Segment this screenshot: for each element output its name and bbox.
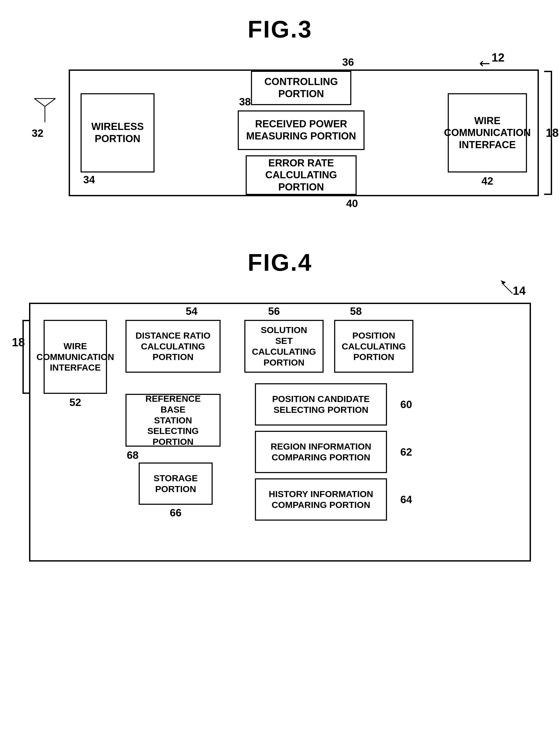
fig4-title: FIG.4 [247, 249, 312, 276]
error-rate-box: ERROR RATE CALCULATING PORTION [246, 155, 357, 195]
history-info-label2: COMPARING PORTION [272, 500, 370, 510]
svg-line-1 [34, 99, 45, 106]
error-rate-label1: ERROR RATE [268, 157, 334, 169]
fig3-outer-box: 18 WIRELESS PORTION 34 36 CONTROLLIN [69, 69, 539, 196]
wire-comm-fig4-label1: WIRE [64, 341, 87, 351]
received-power-box: RECEIVED POWER MEASURING PORTION [238, 110, 364, 150]
ref-52-label: 52 [69, 397, 81, 408]
ref-32-label: 32 [32, 127, 58, 139]
position-calc-box: POSITION CALCULATING PORTION [334, 320, 414, 373]
storage-box: STORAGE PORTION [139, 463, 213, 505]
pos-candidate-label2: SELECTING PORTION [274, 404, 368, 415]
position-calc-label1: POSITION [353, 330, 395, 341]
wire-comm-fig4-label2: COMMUNICATION [37, 351, 114, 362]
wire-comm-fig4-label3: INTERFACE [50, 362, 101, 373]
ref-66-label: 66 [170, 507, 182, 519]
antenna-area: 32 [32, 96, 58, 139]
ref-station-label2: STATION SELECTING [133, 415, 213, 436]
received-power-label2: MEASURING PORTION [246, 130, 356, 142]
error-rate-label2: CALCULATING PORTION [253, 169, 349, 193]
ref-36-label: 36 [342, 56, 354, 68]
ref-62-label: 62 [400, 446, 412, 458]
ref-58-label: 58 [350, 305, 362, 317]
ref-56-label: 56 [268, 305, 280, 317]
center-stack: 36 CONTROLLING PORTION 38 RECEIVED POWER… [176, 71, 426, 195]
distance-ratio-label2: CALCULATING [141, 341, 205, 352]
svg-marker-5 [501, 280, 506, 284]
controlling-portion-box: CONTROLLING PORTION [251, 71, 351, 105]
history-info-box: HISTORY INFORMATION COMPARING PORTION [255, 479, 387, 521]
ref-station-label3: PORTION [153, 436, 194, 447]
wireless-label2: PORTION [95, 133, 140, 145]
history-info-label1: HISTORY INFORMATION [268, 489, 373, 500]
fig3-title: FIG.3 [247, 16, 312, 43]
solution-set-box: SOLUTION SET CALCULATING PORTION [244, 320, 324, 373]
distance-ratio-box: DISTANCE RATIO CALCULATING PORTION [125, 320, 221, 373]
wireless-label1: WIRELESS [92, 121, 144, 133]
region-info-label2: COMPARING PORTION [272, 452, 370, 463]
solution-set-label2: CALCULATING [252, 346, 316, 357]
received-power-label1: RECEIVED POWER [255, 118, 347, 130]
ref-18-label: 18 [546, 126, 559, 140]
antenna-icon [32, 96, 58, 125]
wire-comm-label2: INTERFACE [459, 139, 516, 151]
distance-ratio-label3: PORTION [153, 351, 194, 362]
wire-comm-box: WIRE COMMUNICATION INTERFACE [448, 93, 527, 172]
wire-comm-left-box: WIRE COMMUNICATION INTERFACE [44, 320, 107, 394]
solution-set-label1: SOLUTION SET [252, 325, 316, 346]
ref-68-label: 68 [127, 449, 139, 461]
wireless-portion-box: WIRELESS PORTION [81, 93, 155, 172]
ref-42-label: 42 [482, 175, 494, 187]
distance-ratio-label1: DISTANCE RATIO [136, 330, 211, 341]
ref-64-label: 64 [400, 494, 412, 506]
storage-label2: PORTION [155, 484, 196, 494]
fig4-outer-box: 18 WIRE COMMUNICATION INTERFACE 52 54 DI… [29, 303, 531, 562]
ref-18-fig4-label: 18 [12, 336, 25, 349]
ref-38-label: 38 [239, 96, 251, 108]
ref-60-label: 60 [400, 399, 412, 410]
ref-34-label: 34 [83, 174, 95, 186]
pos-candidate-label1: POSITION CANDIDATE [272, 393, 370, 404]
bracket-18-left [22, 320, 31, 394]
ref-station-box: REFERENCE BASE STATION SELECTING PORTION [125, 394, 221, 447]
region-info-label1: REGION INFORMATION [271, 441, 372, 452]
storage-label1: STORAGE [154, 473, 198, 484]
pos-candidate-box: POSITION CANDIDATE SELECTING PORTION [255, 383, 387, 426]
position-calc-label3: PORTION [354, 351, 394, 362]
position-calc-label2: CALCULATING [342, 341, 406, 352]
controlling-label2: PORTION [278, 88, 324, 100]
ref-station-label1: REFERENCE BASE [133, 393, 213, 415]
svg-line-4 [502, 283, 513, 293]
arrow-14-icon [494, 279, 515, 295]
region-info-box: REGION INFORMATION COMPARING PORTION [255, 431, 387, 473]
page: FIG.3 12 ↗ 32 18 [0, 0, 560, 752]
ref-54-label: 54 [186, 305, 198, 317]
ref-40-label: 40 [346, 198, 358, 209]
controlling-label1: CONTROLLING [264, 76, 338, 88]
solution-set-label3: PORTION [264, 357, 304, 368]
wire-comm-label1: WIRE COMMUNICATION [444, 115, 531, 139]
fig4-container: 14 18 WIRE COMMUNICATION INTERFACE 52 [29, 287, 531, 562]
fig3-container: 12 ↗ 32 18 WIRE [29, 54, 531, 196]
svg-line-2 [45, 99, 56, 106]
